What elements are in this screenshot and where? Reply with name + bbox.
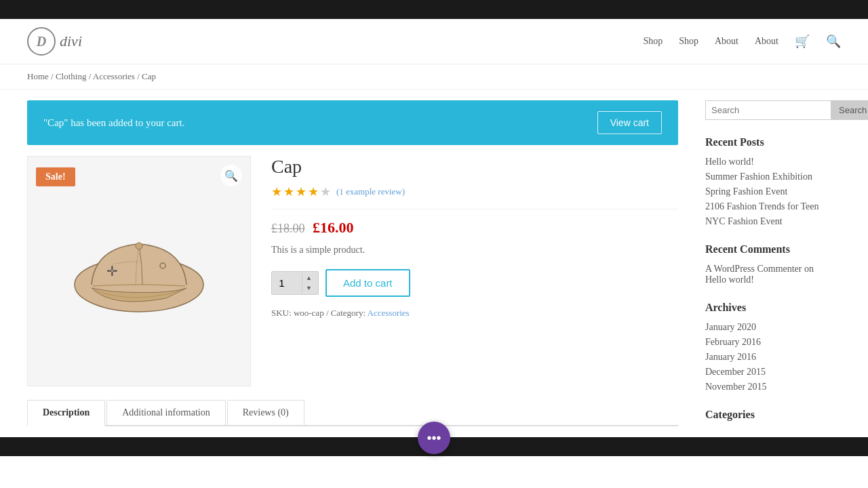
sidebar: Search Recent Posts Hello world! Summer … [705, 89, 841, 437]
categories-title: Categories [705, 409, 841, 421]
nav-shop-1[interactable]: Shop [643, 36, 663, 47]
main-nav: Shop Shop About About 🛒 🔍 [643, 34, 841, 49]
recent-post-link-5[interactable]: NYC Fashion Event [705, 216, 783, 226]
recent-post-link-4[interactable]: 2106 Fashion Trends for Teen [705, 201, 819, 211]
sku-label: SKU: [271, 308, 292, 318]
list-item: Summer Fashion Exhibition [705, 171, 841, 182]
archives-list: January 2020 February 2016 January 2016 … [705, 322, 841, 392]
product-image-wrapper: Sale! 🔍 ✛ [27, 156, 251, 386]
notification-bar: "Cap" has been added to your cart. View … [27, 100, 678, 145]
product-title: Cap [271, 156, 678, 178]
archive-link-2[interactable]: February 2016 [705, 337, 761, 347]
comment-author: A WordPress Commenter on [705, 264, 814, 274]
recent-comments-title: Recent Comments [705, 243, 841, 256]
nav-about-1[interactable]: About [715, 36, 738, 47]
product-meta: SKU: woo-cap / Category: Accessories [271, 308, 678, 319]
archives-title: Archives [705, 302, 841, 314]
sku-value: woo-cap [294, 308, 324, 318]
rating-row: ★ ★ ★ ★ ★ (1 example review) [271, 184, 678, 209]
logo[interactable]: D divi [27, 27, 82, 56]
zoom-icon[interactable]: 🔍 [220, 165, 242, 186]
content-area: "Cap" has been added to your cart. View … [27, 89, 678, 437]
product-section: Sale! 🔍 ✛ [27, 156, 678, 386]
logo-circle: D [27, 27, 56, 56]
move-cursor-icon: ✛ [106, 263, 118, 279]
header: D divi Shop Shop About About 🛒 🔍 [0, 19, 868, 64]
list-item: January 2016 [705, 352, 841, 363]
top-bar [0, 0, 868, 19]
sale-price: £16.00 [313, 219, 354, 236]
search-button[interactable]: Search [831, 100, 868, 120]
categories-section: Categories [705, 409, 841, 421]
logo-text: divi [60, 33, 82, 50]
list-item: December 2015 [705, 367, 841, 378]
star-2: ★ [283, 184, 294, 199]
star-rating: ★ ★ ★ ★ ★ [271, 184, 331, 199]
breadcrumb-current: Cap [142, 71, 156, 81]
breadcrumb-clothing[interactable]: Clothing [56, 71, 87, 81]
original-price: £18.00 [271, 222, 305, 235]
star-1: ★ [271, 184, 282, 199]
product-tabs: Description Additional information Revie… [27, 400, 678, 426]
main-wrapper: "Cap" has been added to your cart. View … [0, 89, 868, 437]
svg-point-3 [161, 264, 164, 267]
price-row: £18.00 £16.00 [271, 219, 678, 237]
list-item: Hello world! [705, 157, 841, 167]
notification-message: "Cap" has been added to your cart. [43, 117, 184, 129]
star-4: ★ [308, 184, 319, 199]
sale-badge: Sale! [36, 167, 75, 186]
list-item: NYC Fashion Event [705, 216, 841, 227]
archives-section: Archives January 2020 February 2016 Janu… [705, 302, 841, 392]
recent-posts-title: Recent Posts [705, 136, 841, 148]
nav-about-2[interactable]: About [755, 36, 778, 47]
qty-up[interactable]: ▲ [302, 273, 315, 283]
star-5: ★ [320, 184, 331, 199]
qty-arrows: ▲ ▼ [302, 273, 315, 293]
comment-post-link[interactable]: Hello world! [705, 274, 754, 285]
svg-point-1 [136, 243, 142, 249]
category-label: / Category: [326, 308, 368, 318]
recent-post-link-1[interactable]: Hello world! [705, 157, 754, 167]
qty-down[interactable]: ▼ [302, 283, 315, 293]
category-link[interactable]: Accessories [368, 308, 410, 318]
nav-shop-2[interactable]: Shop [679, 36, 698, 47]
recent-post-link-2[interactable]: Summer Fashion Exhibition [705, 171, 812, 182]
breadcrumb-home[interactable]: Home [27, 71, 49, 81]
review-link[interactable]: (1 example review) [336, 186, 405, 197]
add-to-cart-button[interactable]: Add to cart [326, 269, 410, 297]
recent-comments-section: Recent Comments A WordPress Commenter on… [705, 243, 841, 285]
archive-link-1[interactable]: January 2020 [705, 322, 756, 332]
recent-posts-list: Hello world! Summer Fashion Exhibition S… [705, 157, 841, 227]
recent-posts-section: Recent Posts Hello world! Summer Fashion… [705, 136, 841, 227]
search-input[interactable] [705, 100, 831, 120]
view-cart-button[interactable]: View cart [597, 111, 662, 134]
cap-image [58, 210, 220, 332]
archive-link-4[interactable]: December 2015 [705, 367, 766, 377]
list-item: 2106 Fashion Trends for Teen [705, 201, 841, 212]
recent-comment: A WordPress Commenter on Hello world! [705, 264, 841, 285]
search-bar: Search [705, 100, 841, 120]
tab-description[interactable]: Description [27, 400, 105, 426]
list-item: February 2016 [705, 337, 841, 348]
quantity-input[interactable] [272, 272, 302, 294]
star-3: ★ [296, 184, 307, 199]
archive-link-3[interactable]: January 2016 [705, 352, 756, 362]
archive-link-5[interactable]: November 2015 [705, 382, 767, 392]
list-item: Spring Fashion Event [705, 186, 841, 197]
add-to-cart-row: ▲ ▼ Add to cart [271, 269, 678, 297]
breadcrumb: Home / Clothing / Accessories / Cap [0, 64, 868, 89]
product-description: This is a simple product. [271, 245, 678, 256]
tab-reviews[interactable]: Reviews (0) [227, 400, 304, 425]
search-icon[interactable]: 🔍 [826, 34, 841, 49]
recent-post-link-3[interactable]: Spring Fashion Event [705, 186, 787, 197]
quantity-input-wrapper: ▲ ▼ [271, 271, 319, 295]
list-item: November 2015 [705, 382, 841, 392]
list-item: January 2020 [705, 322, 841, 333]
product-details: Cap ★ ★ ★ ★ ★ (1 example review) £18.00 … [271, 156, 678, 386]
breadcrumb-accessories[interactable]: Accessories [93, 71, 135, 81]
cart-icon[interactable]: 🛒 [795, 34, 810, 49]
floating-action-button[interactable]: ••• [418, 422, 450, 454]
tab-additional-info[interactable]: Additional information [106, 400, 225, 425]
